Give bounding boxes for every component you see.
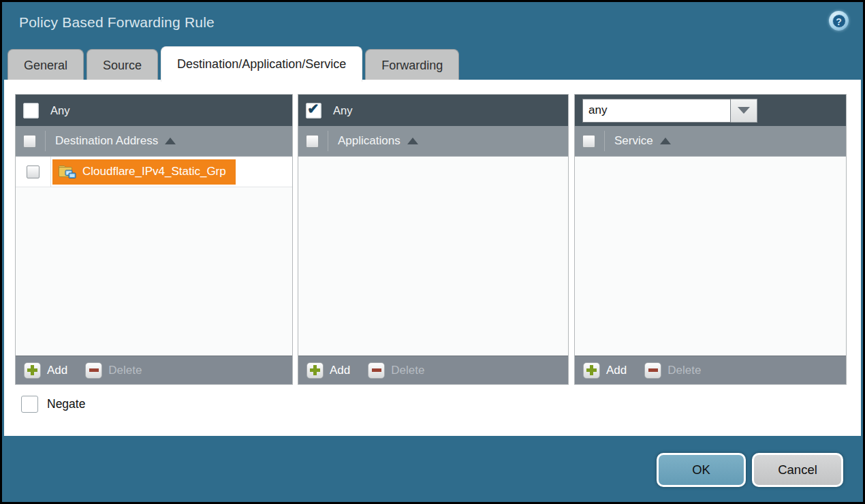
destination-delete-button[interactable]: Delete xyxy=(85,362,142,379)
dropdown-button[interactable] xyxy=(731,99,757,123)
applications-footer: Add Delete xyxy=(298,356,568,384)
destination-any-bar: Any xyxy=(16,95,292,126)
cancel-button[interactable]: Cancel xyxy=(752,453,843,487)
delete-minus-icon xyxy=(85,362,102,379)
service-footer: Add Delete xyxy=(575,356,846,384)
applications-delete-button[interactable]: Delete xyxy=(368,362,424,379)
service-delete-button[interactable]: Delete xyxy=(644,362,701,379)
row-checkbox[interactable] xyxy=(27,166,40,178)
service-sort-header[interactable]: Service xyxy=(614,134,671,148)
applications-sort-header[interactable]: Applications xyxy=(338,134,418,148)
negate-label: Negate xyxy=(47,397,85,411)
tab-bar: General Source Destination/Application/S… xyxy=(7,46,462,82)
service-add-button[interactable]: Add xyxy=(583,362,627,379)
applications-select-all-checkbox[interactable] xyxy=(306,135,319,148)
table-row: Cloudflare_IPv4_Static_Grp xyxy=(16,157,292,187)
service-select-all-checkbox[interactable] xyxy=(582,135,595,148)
tab-source[interactable]: Source xyxy=(86,49,158,82)
tab-destination-application-service[interactable]: Destination/Application/Service xyxy=(161,46,362,82)
destination-sort-header[interactable]: Destination Address xyxy=(55,134,176,148)
delete-minus-icon xyxy=(644,362,661,379)
destination-list: Cloudflare_IPv4_Static_Grp xyxy=(16,157,292,356)
applications-any-checkbox[interactable] xyxy=(306,103,321,119)
help-icon[interactable]: ? xyxy=(829,11,849,31)
destination-column-header: Destination Address xyxy=(16,126,292,157)
service-mode-value: any xyxy=(582,99,731,123)
negate-checkbox[interactable] xyxy=(21,396,38,413)
service-column-header: Service xyxy=(575,126,846,157)
address-group-item[interactable]: Cloudflare_IPv4_Static_Grp xyxy=(52,159,236,185)
address-group-icon xyxy=(58,165,76,179)
tab-general[interactable]: General xyxy=(7,49,84,82)
destination-any-checkbox[interactable] xyxy=(23,103,39,119)
service-mode-bar: any xyxy=(575,95,846,126)
add-plus-icon xyxy=(24,362,41,379)
applications-panel: Any Applications Add xyxy=(298,94,569,385)
add-plus-icon xyxy=(306,362,324,379)
dialog-title: Policy Based Forwarding Rule xyxy=(19,14,215,31)
destination-any-label: Any xyxy=(50,104,69,117)
delete-minus-icon xyxy=(368,362,385,379)
destination-select-all-checkbox[interactable] xyxy=(23,135,36,148)
service-panel: any Service xyxy=(574,94,847,385)
service-list xyxy=(575,157,846,356)
add-plus-icon xyxy=(583,362,600,379)
tab-content: Any Destination Address xyxy=(4,80,861,436)
negate-option: Negate xyxy=(21,396,85,413)
applications-list xyxy=(298,157,568,356)
chevron-down-icon xyxy=(738,107,750,114)
destination-add-button[interactable]: Add xyxy=(24,362,67,379)
applications-add-button[interactable]: Add xyxy=(306,362,350,379)
applications-any-bar: Any xyxy=(298,95,568,126)
sort-ascending-icon xyxy=(407,138,418,144)
applications-column-header: Applications xyxy=(298,126,568,157)
destination-address-panel: Any Destination Address xyxy=(15,94,293,385)
tab-forwarding[interactable]: Forwarding xyxy=(365,49,459,82)
sort-ascending-icon xyxy=(165,138,176,144)
destination-footer: Add Delete xyxy=(16,356,292,384)
service-mode-dropdown[interactable]: any xyxy=(582,99,757,123)
policy-based-forwarding-dialog: Policy Based Forwarding Rule ? General S… xyxy=(0,0,865,504)
applications-any-label: Any xyxy=(333,104,352,117)
ok-button[interactable]: OK xyxy=(657,453,746,487)
address-group-name: Cloudflare_IPv4_Static_Grp xyxy=(82,165,226,178)
sort-ascending-icon xyxy=(660,138,671,144)
title-bar: Policy Based Forwarding Rule ? xyxy=(4,2,861,44)
